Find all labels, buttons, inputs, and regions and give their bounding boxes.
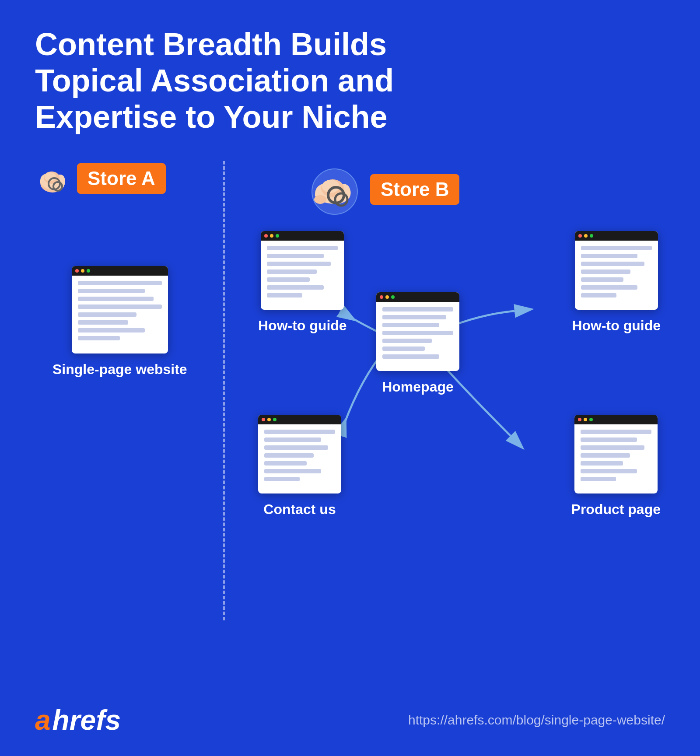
store-a-window-container: Single-page website [52, 266, 187, 379]
content-line [78, 320, 128, 325]
howto-left-window: How-to guide [258, 231, 347, 335]
product-label: Product page [571, 500, 661, 519]
browser-content [575, 241, 658, 303]
section-divider [223, 161, 225, 620]
homepage-browser [376, 292, 459, 371]
footer-url: https://ahrefs.com/blog/single-page-webs… [408, 713, 665, 728]
content-line [267, 254, 324, 258]
product-browser [574, 415, 658, 494]
main-container: Content Breadth Builds Topical Associati… [0, 0, 700, 756]
content-line [382, 331, 453, 335]
content-line [267, 262, 331, 266]
browser-titlebar [575, 231, 658, 241]
content-line [382, 346, 425, 351]
content-line [78, 312, 136, 317]
single-page-label: Single-page website [52, 360, 187, 379]
howto-left-label: How-to guide [258, 317, 347, 335]
store-a-muscle-icon [35, 161, 70, 196]
browser-content [574, 424, 658, 486]
content-area: Store A [35, 161, 665, 620]
content-line [267, 270, 316, 274]
ahrefs-logo-text: hrefs [52, 706, 121, 734]
content-line [78, 304, 162, 309]
howto-right-label: How-to guide [572, 317, 661, 335]
store-b-header: Store B [306, 161, 665, 218]
content-line [581, 453, 630, 458]
browser-titlebar [72, 266, 168, 276]
product-right-window: Product page [571, 415, 661, 519]
content-line [581, 477, 616, 481]
dot-yellow [267, 418, 271, 421]
store-a-label-row: Store A [35, 161, 166, 196]
browser-titlebar [261, 231, 344, 241]
content-line [264, 469, 321, 473]
dot-yellow [385, 295, 389, 299]
store-a-section: Store A [35, 161, 223, 620]
content-line [581, 438, 637, 442]
content-line [264, 453, 314, 458]
content-line [581, 285, 638, 290]
browser-titlebar [574, 415, 658, 424]
content-line [267, 293, 302, 298]
content-line [267, 277, 309, 282]
dot-green [87, 269, 90, 273]
content-line [267, 246, 338, 250]
content-line [382, 339, 432, 343]
browser-titlebar [258, 415, 341, 424]
content-line [581, 461, 623, 466]
dot-yellow [270, 234, 273, 238]
content-line [78, 281, 162, 285]
content-line [581, 270, 630, 274]
content-line [78, 336, 120, 340]
howto-left-browser [261, 231, 344, 310]
footer: a hrefs https://ahrefs.com/blog/single-p… [35, 706, 665, 734]
content-line [581, 293, 616, 298]
content-line [581, 246, 652, 250]
dot-red [578, 234, 582, 238]
content-line [382, 307, 453, 312]
content-line [581, 445, 644, 450]
ahrefs-logo-a: a [35, 706, 51, 734]
contact-browser [258, 415, 341, 494]
dot-yellow [584, 234, 588, 238]
content-line [382, 354, 439, 359]
content-line [581, 254, 638, 258]
dot-red [380, 295, 383, 299]
homepage-window: Homepage [376, 292, 459, 396]
browser-content [261, 241, 344, 303]
store-b-muscle-icon [306, 161, 363, 218]
content-line [78, 289, 145, 293]
content-line [267, 285, 324, 290]
content-line [382, 323, 439, 327]
content-line [264, 438, 321, 442]
dot-green [590, 234, 593, 238]
contact-label: Contact us [263, 500, 336, 519]
howto-right-window: How-to guide [572, 231, 661, 335]
content-line [264, 461, 307, 466]
single-page-window [72, 266, 168, 354]
svg-point-10 [314, 195, 326, 204]
dot-red [264, 234, 268, 238]
content-line [382, 315, 446, 319]
dot-red [578, 418, 581, 421]
content-line [78, 328, 145, 332]
contact-left-window: Contact us [258, 415, 341, 519]
howto-right-browser [575, 231, 658, 310]
dot-red [75, 269, 79, 273]
content-line [581, 277, 623, 282]
content-line [581, 469, 637, 473]
content-line [581, 430, 651, 434]
browser-content [376, 302, 459, 364]
content-line [264, 430, 335, 434]
dot-yellow [584, 418, 587, 421]
content-line [78, 297, 154, 301]
content-line [264, 477, 300, 481]
page-title: Content Breadth Builds Topical Associati… [35, 26, 429, 135]
dot-red [262, 418, 265, 421]
store-a-badge: Store A [77, 163, 166, 194]
browser-content [72, 276, 168, 346]
ahrefs-logo: a hrefs [35, 706, 121, 734]
store-b-section: Store B [245, 161, 665, 620]
content-line [581, 262, 645, 266]
dot-green [273, 418, 276, 421]
